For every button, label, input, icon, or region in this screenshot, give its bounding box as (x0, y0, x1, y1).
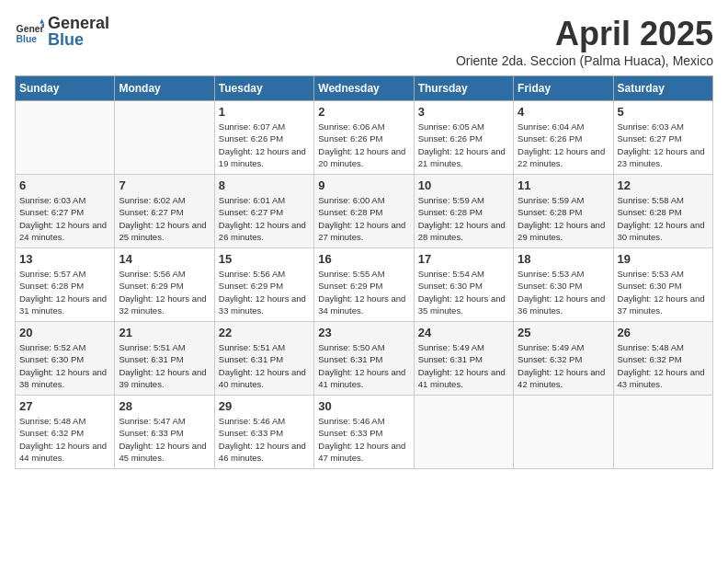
day-number: 12 (618, 178, 709, 192)
day-number: 21 (119, 326, 210, 339)
calendar-cell: 20Sunrise: 5:52 AMSunset: 6:30 PMDayligh… (16, 322, 115, 396)
day-detail: Sunrise: 6:02 AMSunset: 6:27 PMDaylight:… (119, 194, 210, 243)
day-number: 23 (318, 326, 409, 339)
day-number: 24 (418, 326, 509, 339)
calendar-cell: 12Sunrise: 5:58 AMSunset: 6:28 PMDayligh… (613, 175, 712, 248)
logo: General Blue General Blue (15, 15, 109, 50)
day-header-saturday: Saturday (613, 76, 712, 101)
logo-icon: General Blue (15, 17, 44, 47)
day-detail: Sunrise: 5:57 AMSunset: 6:28 PMDaylight:… (19, 268, 110, 316)
day-detail: Sunrise: 5:51 AMSunset: 6:31 PMDaylight:… (119, 341, 210, 390)
svg-text:Blue: Blue (17, 34, 38, 44)
calendar-week-row: 13Sunrise: 5:57 AMSunset: 6:28 PMDayligh… (16, 248, 713, 322)
calendar-cell: 2Sunrise: 6:06 AMSunset: 6:26 PMDaylight… (314, 101, 414, 175)
calendar-cell: 19Sunrise: 5:53 AMSunset: 6:30 PMDayligh… (613, 248, 712, 322)
day-number: 16 (318, 252, 409, 266)
day-detail: Sunrise: 6:03 AMSunset: 6:27 PMDaylight:… (19, 194, 110, 243)
day-detail: Sunrise: 5:48 AMSunset: 6:32 PMDaylight:… (618, 341, 709, 390)
day-number: 15 (219, 252, 310, 266)
day-header-friday: Friday (514, 76, 613, 101)
day-detail: Sunrise: 6:01 AMSunset: 6:27 PMDaylight:… (219, 194, 310, 243)
day-detail: Sunrise: 6:05 AMSunset: 6:26 PMDaylight:… (418, 121, 509, 169)
calendar-cell (414, 396, 513, 469)
calendar-cell: 10Sunrise: 5:59 AMSunset: 6:28 PMDayligh… (414, 175, 513, 248)
day-header-wednesday: Wednesday (314, 76, 414, 101)
calendar-cell: 14Sunrise: 5:56 AMSunset: 6:29 PMDayligh… (115, 248, 214, 322)
calendar-week-row: 20Sunrise: 5:52 AMSunset: 6:30 PMDayligh… (16, 322, 713, 396)
day-number: 3 (418, 105, 509, 119)
day-detail: Sunrise: 5:46 AMSunset: 6:33 PMDaylight:… (219, 415, 310, 464)
day-number: 22 (219, 326, 310, 339)
calendar-cell: 7Sunrise: 6:02 AMSunset: 6:27 PMDaylight… (115, 175, 214, 248)
calendar-cell: 9Sunrise: 6:00 AMSunset: 6:28 PMDaylight… (314, 175, 414, 248)
calendar-cell: 30Sunrise: 5:46 AMSunset: 6:33 PMDayligh… (314, 396, 414, 469)
day-detail: Sunrise: 5:56 AMSunset: 6:29 PMDaylight:… (219, 268, 310, 316)
calendar-cell: 29Sunrise: 5:46 AMSunset: 6:33 PMDayligh… (214, 396, 313, 469)
day-detail: Sunrise: 5:56 AMSunset: 6:29 PMDaylight:… (119, 268, 210, 316)
day-number: 4 (518, 105, 609, 119)
day-number: 19 (618, 252, 709, 266)
day-number: 20 (19, 326, 110, 339)
day-detail: Sunrise: 5:48 AMSunset: 6:32 PMDaylight:… (19, 415, 110, 464)
calendar-header-row: SundayMondayTuesdayWednesdayThursdayFrid… (16, 76, 713, 101)
day-detail: Sunrise: 6:07 AMSunset: 6:26 PMDaylight:… (219, 121, 310, 169)
calendar-cell: 17Sunrise: 5:54 AMSunset: 6:30 PMDayligh… (414, 248, 513, 322)
calendar-cell: 6Sunrise: 6:03 AMSunset: 6:27 PMDaylight… (16, 175, 115, 248)
day-number: 26 (618, 326, 709, 339)
day-detail: Sunrise: 5:50 AMSunset: 6:31 PMDaylight:… (318, 341, 409, 390)
calendar-cell: 28Sunrise: 5:47 AMSunset: 6:33 PMDayligh… (115, 396, 214, 469)
day-number: 17 (418, 252, 509, 266)
calendar-cell: 4Sunrise: 6:04 AMSunset: 6:26 PMDaylight… (514, 101, 613, 175)
calendar-table: SundayMondayTuesdayWednesdayThursdayFrid… (15, 75, 713, 469)
day-number: 2 (318, 105, 409, 119)
calendar-cell (16, 101, 115, 175)
calendar-cell: 8Sunrise: 6:01 AMSunset: 6:27 PMDaylight… (214, 175, 313, 248)
day-number: 9 (318, 178, 409, 192)
day-detail: Sunrise: 5:49 AMSunset: 6:31 PMDaylight:… (418, 341, 509, 390)
day-detail: Sunrise: 5:47 AMSunset: 6:33 PMDaylight:… (119, 415, 210, 464)
calendar-cell (514, 396, 613, 469)
day-number: 7 (119, 178, 210, 192)
day-header-tuesday: Tuesday (214, 76, 313, 101)
calendar-cell: 21Sunrise: 5:51 AMSunset: 6:31 PMDayligh… (115, 322, 214, 396)
day-detail: Sunrise: 5:58 AMSunset: 6:28 PMDaylight:… (618, 194, 709, 243)
day-number: 6 (19, 178, 110, 192)
day-number: 5 (618, 105, 709, 119)
month-title: April 2025 (456, 15, 713, 53)
day-detail: Sunrise: 6:04 AMSunset: 6:26 PMDaylight:… (518, 121, 609, 169)
day-number: 28 (119, 399, 210, 413)
day-detail: Sunrise: 6:00 AMSunset: 6:28 PMDaylight:… (318, 194, 409, 243)
day-number: 8 (219, 178, 310, 192)
calendar-cell: 27Sunrise: 5:48 AMSunset: 6:32 PMDayligh… (16, 396, 115, 469)
logo-blue-text: Blue (48, 31, 109, 50)
calendar-week-row: 1Sunrise: 6:07 AMSunset: 6:26 PMDaylight… (16, 101, 713, 175)
day-detail: Sunrise: 5:53 AMSunset: 6:30 PMDaylight:… (618, 268, 709, 316)
day-header-thursday: Thursday (414, 76, 513, 101)
calendar-cell: 1Sunrise: 6:07 AMSunset: 6:26 PMDaylight… (214, 101, 313, 175)
page-header: General Blue General Blue April 2025 Ori… (15, 15, 713, 68)
day-number: 27 (19, 399, 110, 413)
calendar-cell: 5Sunrise: 6:03 AMSunset: 6:27 PMDaylight… (613, 101, 712, 175)
day-number: 10 (418, 178, 509, 192)
calendar-cell (613, 396, 712, 469)
calendar-cell: 18Sunrise: 5:53 AMSunset: 6:30 PMDayligh… (514, 248, 613, 322)
calendar-cell: 11Sunrise: 5:59 AMSunset: 6:28 PMDayligh… (514, 175, 613, 248)
day-header-monday: Monday (115, 76, 214, 101)
day-detail: Sunrise: 5:53 AMSunset: 6:30 PMDaylight:… (518, 268, 609, 316)
svg-marker-2 (40, 18, 44, 23)
subtitle: Oriente 2da. Seccion (Palma Huaca), Mexi… (456, 53, 713, 68)
day-detail: Sunrise: 6:03 AMSunset: 6:27 PMDaylight:… (618, 121, 709, 169)
day-detail: Sunrise: 6:06 AMSunset: 6:26 PMDaylight:… (318, 121, 409, 169)
day-number: 14 (119, 252, 210, 266)
day-detail: Sunrise: 5:46 AMSunset: 6:33 PMDaylight:… (318, 415, 409, 464)
title-block: April 2025 Oriente 2da. Seccion (Palma H… (456, 15, 713, 68)
day-header-sunday: Sunday (16, 76, 115, 101)
day-number: 25 (518, 326, 609, 339)
calendar-cell: 24Sunrise: 5:49 AMSunset: 6:31 PMDayligh… (414, 322, 513, 396)
day-detail: Sunrise: 5:59 AMSunset: 6:28 PMDaylight:… (518, 194, 609, 243)
calendar-week-row: 27Sunrise: 5:48 AMSunset: 6:32 PMDayligh… (16, 396, 713, 469)
calendar-cell: 23Sunrise: 5:50 AMSunset: 6:31 PMDayligh… (314, 322, 414, 396)
calendar-cell: 15Sunrise: 5:56 AMSunset: 6:29 PMDayligh… (214, 248, 313, 322)
day-number: 11 (518, 178, 609, 192)
calendar-cell: 22Sunrise: 5:51 AMSunset: 6:31 PMDayligh… (214, 322, 313, 396)
